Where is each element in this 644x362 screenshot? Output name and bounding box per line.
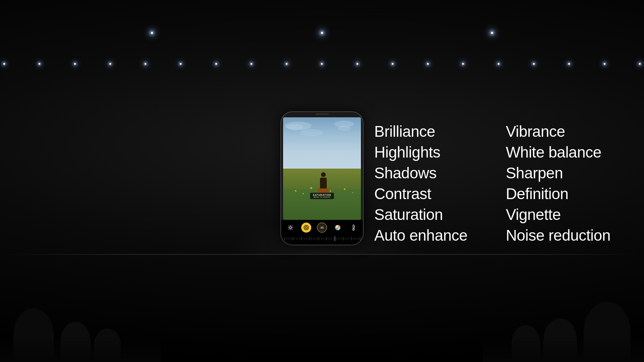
saturation-overlay: SATURATION DRAG TO ADJUST (310, 193, 334, 199)
brightness-control[interactable] (285, 223, 296, 233)
color-wheel-control[interactable] (333, 223, 343, 233)
flower-5 (344, 188, 345, 190)
light-sm-9 (286, 63, 287, 65)
audience-fade-right (483, 335, 644, 362)
light-sm-16 (533, 63, 535, 65)
feature-list: Brilliance Highlights Shadows Contrast S… (374, 121, 610, 246)
svg-point-0 (289, 227, 291, 229)
slider-ticks (284, 235, 364, 242)
tick-group (284, 236, 364, 241)
cloud-2 (286, 124, 303, 130)
feature-auto-enhance: Auto enhance (374, 225, 479, 246)
feature-saturation: Saturation (374, 204, 479, 225)
photo-display: SATURATION DRAG TO ADJUST (283, 117, 361, 220)
photo-clouds (283, 119, 361, 170)
audience-area (0, 255, 644, 362)
flower-4 (330, 190, 331, 192)
light-sm-1 (3, 63, 5, 65)
light-sm-19 (639, 63, 641, 65)
light-sm-14 (462, 63, 464, 65)
sun-icon (287, 225, 293, 231)
saturation-ring-icon (303, 225, 309, 231)
thermometer-icon (351, 224, 356, 231)
light-sm-10 (321, 63, 323, 65)
light-sm-11 (357, 63, 358, 65)
ceiling-lights-top (0, 32, 644, 34)
light-sm-5 (145, 63, 146, 65)
light-dot-2 (321, 32, 323, 34)
ceiling-lights-row2 (0, 63, 644, 65)
flower-6 (352, 192, 353, 193)
person-figure (320, 173, 327, 191)
light-sm-7 (215, 63, 217, 65)
phone-screen: SATURATION DRAG TO ADJUST (283, 117, 361, 220)
light-sm-15 (498, 63, 499, 65)
light-dot-3 (491, 32, 493, 34)
person-head (321, 172, 326, 177)
feature-shadows: Shadows (374, 163, 479, 183)
person-body (320, 178, 327, 191)
light-sm-4 (109, 63, 111, 65)
svg-line-7 (288, 229, 289, 230)
light-sm-8 (251, 63, 252, 65)
photo-controls-bar[interactable]: 45 (281, 220, 363, 235)
audience-left (0, 275, 161, 362)
light-sm-6 (180, 63, 181, 65)
cloud-5 (300, 129, 323, 136)
feature-sharpen: Sharpen (506, 163, 610, 183)
saturation-title: SATURATION (313, 194, 331, 196)
svg-line-8 (292, 226, 292, 226)
svg-point-14 (353, 229, 355, 230)
feature-definition: Definition (506, 183, 610, 204)
flower-2 (303, 193, 304, 194)
svg-rect-13 (353, 225, 354, 229)
light-sm-18 (604, 63, 605, 65)
feature-vibrance: Vibrance (506, 121, 610, 142)
saturation-control[interactable] (301, 223, 311, 233)
audience-right (483, 275, 644, 362)
audience-fade-left (0, 335, 161, 362)
svg-line-6 (292, 229, 292, 230)
svg-line-5 (288, 226, 289, 226)
feature-vignette: Vignette (506, 204, 610, 225)
feature-col-1: Brilliance Highlights Shadows Contrast S… (374, 121, 479, 246)
light-sm-17 (568, 63, 570, 65)
value-display: 45 (317, 223, 327, 233)
notch-bar (315, 114, 329, 115)
phone-outer-shell: SATURATION DRAG TO ADJUST (280, 111, 364, 245)
light-dot-1 (151, 32, 153, 34)
feature-col-2: Vibrance White balance Sharpen Definitio… (506, 121, 610, 246)
saturation-subtitle: DRAG TO ADJUST (313, 196, 331, 198)
phone-mockup: SATURATION DRAG TO ADJUST (280, 111, 364, 245)
feature-white-balance: White balance (506, 142, 610, 163)
feature-highlights: Highlights (374, 142, 479, 163)
temperature-control[interactable] (348, 223, 359, 233)
light-sm-13 (427, 63, 429, 65)
phone-notch (281, 112, 363, 115)
svg-point-11 (306, 227, 307, 229)
flower-1 (295, 190, 297, 192)
cloud-4 (337, 126, 351, 131)
color-wheel-icon (334, 224, 341, 231)
feature-noise-reduction: Noise reduction (506, 225, 610, 246)
adjustment-slider[interactable] (281, 235, 363, 245)
light-sm-2 (39, 63, 40, 65)
light-sm-12 (392, 63, 393, 65)
feature-brilliance: Brilliance (374, 121, 479, 142)
feature-contrast: Contrast (374, 183, 479, 204)
light-sm-3 (74, 63, 76, 65)
